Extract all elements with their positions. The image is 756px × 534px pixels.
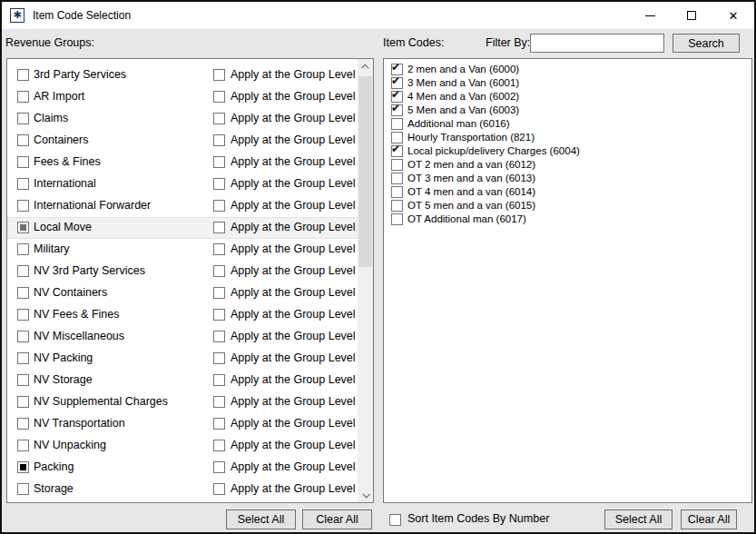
apply-group-level-checkbox[interactable]	[213, 69, 225, 81]
group-checkbox[interactable]	[17, 396, 29, 408]
revenue-group-row[interactable]: NV Containers Apply at the Group Level	[7, 282, 358, 304]
group-checkbox[interactable]	[17, 374, 29, 386]
item-checkbox[interactable]	[391, 186, 403, 198]
apply-group-level-checkbox[interactable]	[213, 396, 225, 408]
group-checkbox[interactable]	[17, 134, 29, 146]
apply-group-level-checkbox[interactable]	[213, 243, 225, 255]
group-label: Local Move	[34, 221, 92, 233]
item-code-row[interactable]: OT 4 men and a van (6014)	[384, 185, 751, 199]
item-checkbox[interactable]	[391, 173, 403, 184]
apply-group-level-checkbox[interactable]	[213, 374, 225, 386]
revenue-group-row[interactable]: International Apply at the Group Level	[7, 173, 358, 195]
apply-group-level-checkbox[interactable]	[213, 352, 225, 364]
items-select-all-button[interactable]: Select All	[604, 509, 673, 529]
revenue-group-row[interactable]: Military Apply at the Group Level	[7, 239, 358, 261]
item-code-row[interactable]: OT 3 men and a van (6013)	[384, 172, 751, 185]
apply-group-level-label: Apply at the Group Level	[231, 373, 356, 386]
revenue-group-row[interactable]: NV Transportation Apply at the Group Lev…	[7, 413, 358, 435]
apply-group-level-checkbox[interactable]	[213, 418, 225, 430]
revenue-group-row[interactable]: International Forwarder Apply at the Gro…	[7, 195, 358, 217]
revenue-group-row[interactable]: NV Fees & Fines Apply at the Group Level	[7, 304, 358, 326]
groups-clear-all-button[interactable]: Clear All	[302, 509, 372, 529]
revenue-group-row[interactable]: NV Storage Apply at the Group Level	[7, 370, 358, 391]
revenue-group-row[interactable]: Packing Apply at the Group Level	[7, 457, 358, 479]
item-code-row[interactable]: 2 men and a Van (6000)	[384, 63, 751, 76]
items-clear-all-button[interactable]: Clear All	[681, 509, 737, 529]
scroll-up-button[interactable]	[358, 59, 373, 74]
item-code-row[interactable]: 5 Men and a Van (6003)	[384, 104, 751, 117]
revenue-group-row[interactable]: NV Unpacking Apply at the Group Level	[7, 435, 358, 457]
revenue-group-row[interactable]: 3rd Party Services Apply at the Group Le…	[7, 64, 358, 86]
item-checkbox[interactable]	[391, 213, 403, 225]
maximize-button[interactable]	[671, 2, 712, 29]
revenue-group-row[interactable]: Storage Apply at the Group Level	[7, 479, 358, 500]
group-checkbox[interactable]	[17, 461, 29, 473]
apply-group-level-checkbox[interactable]	[213, 91, 225, 103]
scroll-down-button[interactable]	[358, 487, 373, 502]
item-code-row[interactable]: Hourly Transportation (821)	[384, 131, 751, 144]
group-checkbox[interactable]	[17, 309, 29, 321]
item-code-row[interactable]: OT 5 men and a van (6015)	[384, 199, 751, 213]
apply-group-level-checkbox[interactable]	[213, 200, 225, 212]
scrollbar-thumb[interactable]	[358, 76, 372, 267]
group-checkbox[interactable]	[17, 156, 29, 168]
item-code-row[interactable]: OT 2 men and a van (6012)	[384, 158, 751, 172]
revenue-group-row[interactable]: Claims Apply at the Group Level	[7, 108, 358, 130]
item-checkbox[interactable]	[391, 159, 403, 171]
vertical-scrollbar[interactable]	[358, 59, 373, 502]
item-code-row[interactable]: OT Additional man (6017)	[384, 213, 751, 226]
revenue-group-row[interactable]: NV 3rd Party Services Apply at the Group…	[7, 261, 358, 282]
chevron-down-icon	[362, 490, 369, 498]
revenue-group-row[interactable]: NV Miscellaneous Apply at the Group Leve…	[7, 326, 358, 348]
apply-group-level-checkbox[interactable]	[213, 265, 225, 277]
group-checkbox[interactable]	[17, 178, 29, 190]
groups-select-all-button[interactable]: Select All	[226, 509, 296, 529]
apply-group-level-checkbox[interactable]	[213, 222, 225, 233]
apply-group-level-checkbox[interactable]	[213, 287, 225, 299]
revenue-group-row[interactable]: NV Packing Apply at the Group Level	[7, 348, 358, 370]
apply-group-level-checkbox[interactable]	[213, 309, 225, 321]
apply-group-level-checkbox[interactable]	[213, 178, 225, 190]
group-checkbox[interactable]	[17, 200, 29, 212]
revenue-group-row[interactable]: AR Import Apply at the Group Level	[7, 86, 358, 108]
group-checkbox[interactable]	[17, 287, 29, 299]
group-checkbox[interactable]	[17, 352, 29, 364]
minimize-button[interactable]	[629, 2, 671, 29]
group-checkbox[interactable]	[17, 331, 29, 342]
apply-group-level-checkbox[interactable]	[213, 134, 225, 146]
group-checkbox[interactable]	[17, 440, 29, 451]
revenue-group-row[interactable]: Local Move Apply at the Group Level	[7, 217, 358, 239]
revenue-group-row[interactable]: NV Supplemental Charges Apply at the Gro…	[7, 391, 358, 413]
apply-group-level-checkbox[interactable]	[213, 461, 225, 473]
group-checkbox[interactable]	[17, 222, 29, 233]
apply-group-level-label: Apply at the Group Level	[231, 460, 356, 473]
group-checkbox[interactable]	[17, 69, 29, 81]
close-button[interactable]: ✕	[712, 2, 754, 29]
item-code-row[interactable]: 4 Men and a Van (6002)	[384, 90, 751, 104]
item-checkbox[interactable]	[391, 200, 403, 212]
item-code-row[interactable]: 3 Men and a Van (6001)	[384, 76, 751, 90]
apply-group-level-checkbox[interactable]	[213, 331, 225, 342]
item-checkbox[interactable]	[391, 104, 403, 116]
group-checkbox[interactable]	[17, 113, 29, 124]
group-checkbox[interactable]	[17, 91, 29, 103]
group-checkbox[interactable]	[17, 265, 29, 277]
filter-input[interactable]	[530, 34, 664, 53]
group-checkbox[interactable]	[17, 418, 29, 430]
apply-group-level-checkbox[interactable]	[213, 440, 225, 451]
item-code-row[interactable]: Additional man (6016)	[384, 117, 751, 131]
item-code-row[interactable]: Local pickup/delivery Charges (6004)	[384, 144, 751, 158]
group-label: International	[34, 177, 96, 190]
group-checkbox[interactable]	[17, 483, 29, 495]
title-bar[interactable]: ✱ Item Code Selection ✕	[2, 2, 754, 29]
group-checkbox[interactable]	[17, 243, 29, 255]
revenue-group-row[interactable]: Containers Apply at the Group Level	[7, 130, 358, 152]
item-checkbox[interactable]	[391, 118, 403, 130]
search-button[interactable]: Search	[673, 34, 740, 53]
apply-group-level-checkbox[interactable]	[213, 483, 225, 495]
apply-group-level-checkbox[interactable]	[213, 113, 225, 124]
sort-by-number-checkbox[interactable]	[389, 514, 401, 526]
apply-group-level-checkbox[interactable]	[213, 156, 225, 168]
revenue-group-row[interactable]: Fees & Fines Apply at the Group Level	[7, 152, 358, 173]
item-checkbox[interactable]	[391, 145, 403, 157]
